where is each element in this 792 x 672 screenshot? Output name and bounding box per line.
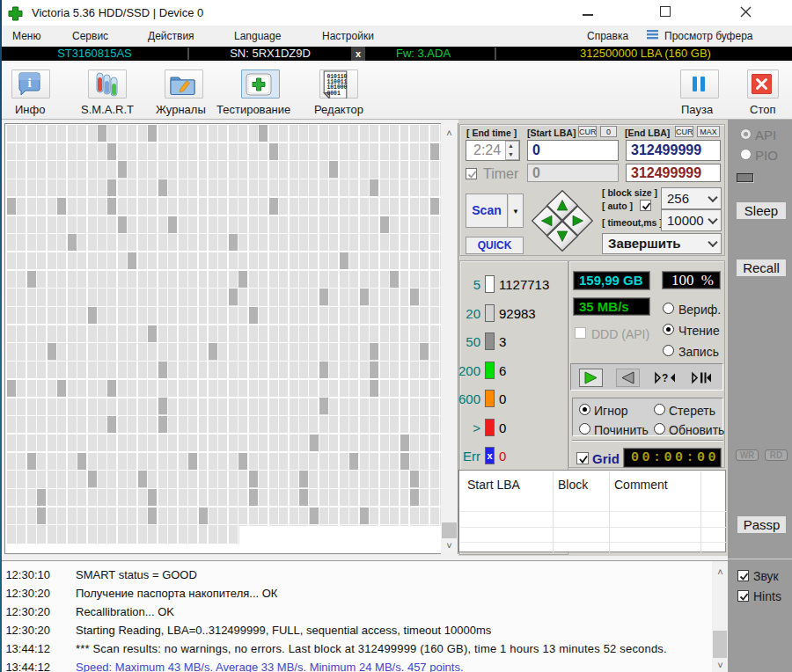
svg-text:0001: 0001 [326,91,341,97]
svg-text:i: i [27,76,31,90]
svg-text:?: ? [662,372,668,384]
